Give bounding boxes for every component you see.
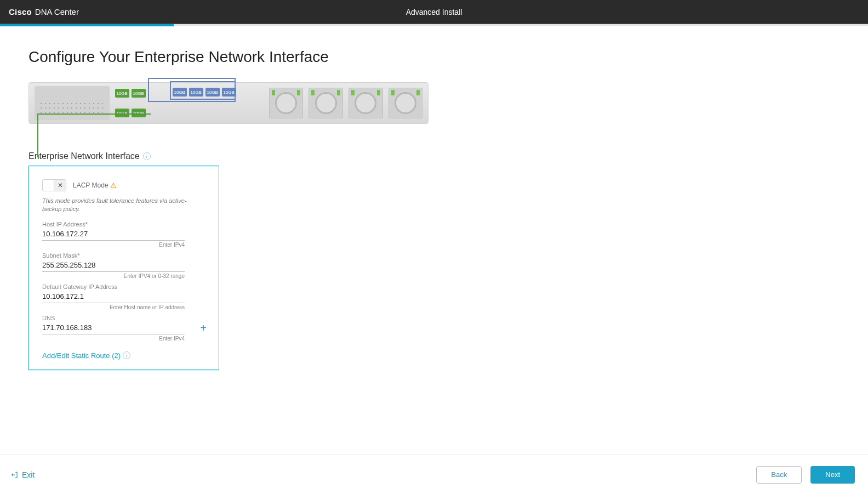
psu-fan (349, 88, 383, 118)
warning-icon (110, 182, 117, 189)
dns-hint: Enter IPv4 (42, 336, 185, 342)
svg-point-1 (113, 186, 114, 187)
port-10gb-green: 10GB (115, 89, 129, 98)
subnet-hint: Enter IPV4 or 0-32 range (42, 273, 185, 279)
dns-input[interactable] (42, 321, 185, 334)
port-10gb-green: 10GB (132, 109, 146, 117)
port-10gb-green: 10GB (132, 89, 146, 98)
top-bar: Cisco DNA Center Advanced Install (0, 0, 868, 24)
lacp-label: LACP Mode (73, 181, 108, 189)
gateway-label: Default Gateway IP Address (42, 283, 205, 290)
host-ip-label: Host IP Address* (42, 221, 205, 228)
close-icon: ✕ (54, 180, 66, 191)
exit-icon (11, 471, 19, 479)
main-content: Configure Your Enterprise Network Interf… (0, 26, 868, 370)
footer: Exit Back Next (0, 455, 868, 494)
port-10gb-green: 10GB (115, 109, 129, 117)
progress-fill (0, 24, 174, 26)
page-title: Configure Your Enterprise Network Interf… (28, 48, 840, 66)
gateway-hint: Enter Host name or IP address (42, 304, 185, 310)
host-ip-input[interactable] (42, 228, 185, 241)
dns-label: DNS (42, 315, 205, 321)
add-dns-button[interactable]: + (200, 322, 207, 333)
info-icon: i (123, 351, 130, 359)
section-label: Enterprise Network Interface (28, 151, 140, 161)
static-route-link-label: Add/Edit Static Route (2) (42, 351, 121, 360)
connector-line (37, 113, 38, 157)
static-route-link[interactable]: Add/Edit Static Route (2) i (42, 351, 205, 360)
info-icon[interactable]: i (143, 152, 151, 160)
subnet-label: Subnet Mask* (42, 252, 205, 259)
server-diagram: 10GB 10GB 10GB 10GB 10GB 10GB 10GB (28, 82, 429, 124)
psu-fan (389, 88, 423, 118)
port-10gb-blue: 10GB (222, 88, 236, 96)
psu-fan (309, 88, 343, 118)
mode-description: This mode provides fault tolerance featu… (42, 197, 205, 213)
psu-fan (269, 88, 304, 118)
port-10gb-blue: 10GB (173, 88, 187, 96)
back-button[interactable]: Back (756, 466, 802, 484)
brand-rest: DNA Center (35, 7, 79, 16)
server-left-bay (35, 86, 110, 120)
port-10gb-blue: 10GB (205, 88, 220, 96)
gateway-input[interactable] (42, 290, 185, 303)
lacp-toggle[interactable]: ✕ (42, 179, 66, 191)
lacp-label-row: LACP Mode (73, 181, 117, 189)
port-10gb-blue: 10GB (189, 88, 203, 96)
form-panel: ✕ LACP Mode This mode provides fault tol… (28, 166, 219, 370)
section-label-row: Enterprise Network Interface i (28, 151, 840, 161)
exit-link[interactable]: Exit (11, 470, 35, 479)
host-ip-hint: Enter IPv4 (42, 242, 185, 248)
brand: Cisco DNA Center (0, 7, 79, 16)
brand-bold: Cisco (9, 7, 32, 16)
next-button[interactable]: Next (810, 466, 855, 484)
exit-label: Exit (22, 470, 35, 479)
progress-track (0, 24, 868, 26)
subnet-input[interactable] (42, 259, 185, 272)
install-mode-title: Advanced Install (406, 8, 462, 16)
